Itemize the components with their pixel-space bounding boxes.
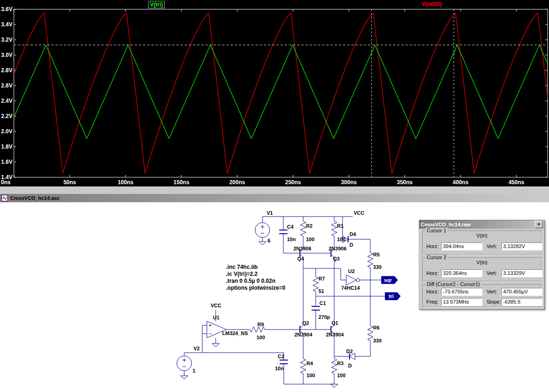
schematic-text[interactable]: VCC xyxy=(354,210,364,216)
schematic-text[interactable]: R5 xyxy=(373,252,380,257)
schematic-text[interactable]: .inc 74hc.lib xyxy=(226,264,258,270)
schematic-text[interactable]: D xyxy=(348,363,352,368)
component-C2[interactable] xyxy=(280,360,288,364)
y-axis-tick-label[interactable]: 3.4V xyxy=(1,21,12,28)
component-R6[interactable] xyxy=(368,326,373,341)
schematic-text[interactable]: R7 xyxy=(318,276,325,281)
schematic-text[interactable]: R3 xyxy=(337,361,343,366)
schematic-text[interactable]: C2 xyxy=(278,354,284,359)
schematic-text[interactable]: Q4 xyxy=(297,256,305,261)
schematic-text[interactable]: D4 xyxy=(349,231,356,237)
x-axis-tick-label[interactable]: 200ns xyxy=(229,179,245,186)
component-D2[interactable] xyxy=(349,353,355,360)
schematic-text[interactable]: 10n xyxy=(287,236,296,242)
component-C4[interactable] xyxy=(279,230,287,234)
x-axis-tick-label[interactable]: 250ns xyxy=(285,179,301,186)
schematic-text[interactable]: .ic V(tri)=2.2 xyxy=(226,271,258,277)
schematic-text[interactable]: 100 xyxy=(306,373,315,378)
schematic-text[interactable]: R2 xyxy=(306,223,312,229)
schematic-text[interactable]: 10n xyxy=(275,366,284,371)
ground-symbol[interactable] xyxy=(212,343,219,347)
ground-symbol[interactable] xyxy=(259,242,266,245)
ground-symbol[interactable] xyxy=(181,376,188,379)
x-axis-tick-label[interactable]: 350ns xyxy=(397,179,412,186)
component-R4[interactable] xyxy=(300,359,306,373)
component-R2[interactable] xyxy=(300,221,306,236)
cursor1-horz-field: 394.04ns xyxy=(441,243,482,250)
y-axis-tick-label[interactable]: 3.2V xyxy=(1,37,12,43)
schematic-text[interactable]: R9 xyxy=(257,322,264,327)
schematic-text[interactable]: 1 xyxy=(193,368,195,373)
schematic-text[interactable]: 51 xyxy=(318,288,324,294)
component-R1[interactable] xyxy=(331,221,337,236)
schematic-text[interactable]: U1 xyxy=(213,315,219,320)
schematic-text[interactable]: 330 xyxy=(373,264,381,270)
x-axis-tick-label[interactable]: 100ns xyxy=(118,179,133,186)
x-axis-tick-label[interactable]: 150ns xyxy=(174,179,189,186)
close-icon[interactable]: × xyxy=(535,221,543,228)
schematic-text[interactable]: 2N3904 xyxy=(294,332,312,337)
schematic-text[interactable]: Q3 xyxy=(333,256,340,261)
x-axis-tick-label[interactable]: 0ns xyxy=(1,179,11,186)
x-axis-tick-label[interactable]: 300ns xyxy=(341,179,357,186)
y-axis-tick-label[interactable]: 2.2V xyxy=(1,113,12,119)
y-axis-tick-label[interactable]: 1.6V xyxy=(1,159,12,165)
component-V1[interactable] xyxy=(255,223,270,237)
x-axis-tick-label[interactable]: 400ns xyxy=(453,179,468,186)
schematic-title-bar[interactable]: CmosVCO_hc14.asc xyxy=(0,194,549,202)
schematic-text[interactable]: R4 xyxy=(306,361,313,366)
schematic-text[interactable]: 74HC14 xyxy=(341,285,360,291)
schematic-text[interactable]: tri xyxy=(389,293,394,299)
schematic-text[interactable]: Q1 xyxy=(331,320,338,326)
component-V2[interactable] xyxy=(177,356,192,371)
schematic-text[interactable]: 270p xyxy=(318,314,330,320)
component-R9[interactable] xyxy=(250,327,265,332)
schematic-text[interactable]: LM324_NS xyxy=(222,330,248,336)
schematic-text[interactable]: D2 xyxy=(346,348,353,354)
trace-label-vtri[interactable]: V(tri) xyxy=(148,1,165,8)
cursor1-vert-label: Vert: xyxy=(487,243,497,249)
trace-V(tri)[interactable] xyxy=(14,45,548,138)
x-axis-tick-label[interactable]: 450ns xyxy=(508,179,524,186)
schematic-text[interactable]: 330 xyxy=(373,338,381,343)
schematic-text[interactable]: 6 xyxy=(268,238,270,243)
schematic-text[interactable]: Q2 xyxy=(302,320,309,326)
waveform-pane[interactable]: 1.4V1.6V1.8V2.0V2.2V2.4V2.6V2.8V3.0V3.2V… xyxy=(0,0,549,187)
component-R3[interactable] xyxy=(331,359,337,373)
y-axis-tick-label[interactable]: 2.4V xyxy=(1,98,12,104)
schematic-text[interactable]: VCC xyxy=(211,303,221,308)
component-R7[interactable] xyxy=(313,277,318,292)
y-axis-tick-label[interactable]: 3.0V xyxy=(1,52,12,58)
schematic-text[interactable]: C4 xyxy=(287,224,294,230)
schematic-text[interactable]: D xyxy=(349,242,353,248)
component-C1[interactable] xyxy=(312,306,320,310)
y-axis-tick-label[interactable]: 3.6V xyxy=(1,6,12,12)
schematic-text[interactable]: 2N3904 xyxy=(326,332,344,337)
schematic-text[interactable]: 100 xyxy=(256,335,265,340)
x-axis-tick-label[interactable]: 50ns xyxy=(63,179,76,186)
trace-label-vn005[interactable]: V(n005) xyxy=(420,1,443,7)
schematic-text[interactable]: V2 xyxy=(193,346,200,351)
schematic-text[interactable]: R1 xyxy=(337,223,343,229)
schematic-text[interactable]: 2N3906 xyxy=(329,246,347,251)
schematic-text[interactable]: 2N3906 xyxy=(293,246,312,251)
y-axis-tick-label[interactable]: 1.8V xyxy=(1,143,12,150)
schematic-text[interactable]: R6 xyxy=(373,325,380,330)
y-axis-tick-label[interactable]: 2.6V xyxy=(1,82,12,89)
schematic-text[interactable]: .options plotwinsize=0 xyxy=(226,285,286,291)
waveform-plot[interactable]: 1.4V1.6V1.8V2.0V2.2V2.4V2.6V2.8V3.0V3.2V… xyxy=(0,0,549,187)
component-R5[interactable] xyxy=(368,253,373,268)
y-axis-tick-label[interactable]: 2.8V xyxy=(1,67,12,74)
trace-V(n005)[interactable] xyxy=(14,13,548,173)
schematic-text[interactable]: C1 xyxy=(319,300,326,306)
schematic-text[interactable]: V1 xyxy=(267,210,273,216)
schematic-text[interactable]: .tran 0 0.5µ 0 0.02n xyxy=(226,278,275,284)
schematic-text[interactable]: 100 xyxy=(306,236,314,242)
y-axis-tick-label[interactable]: 2.0V xyxy=(1,128,12,135)
component-U2[interactable] xyxy=(346,275,361,285)
schematic-text[interactable]: 100 xyxy=(337,373,345,378)
schematic-text[interactable]: 100 xyxy=(337,236,345,242)
schematic-text[interactable]: sqr xyxy=(384,277,392,283)
schematic-text[interactable]: U2 xyxy=(348,268,355,274)
ground-symbol[interactable] xyxy=(331,384,338,387)
